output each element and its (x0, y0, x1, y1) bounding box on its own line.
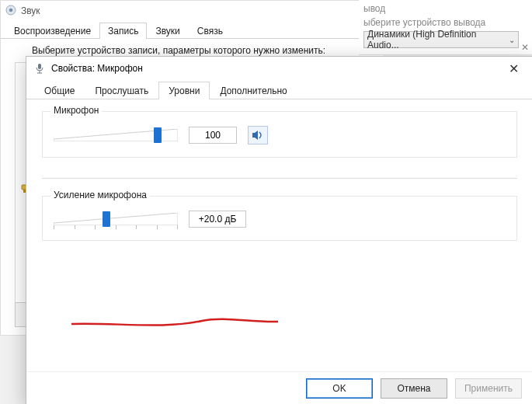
sound-window-title: Звук (21, 5, 40, 16)
tab-sounds[interactable]: Звуки (147, 23, 188, 39)
tab-levels[interactable]: Уровни (158, 82, 210, 99)
tab-advanced[interactable]: Дополнительно (210, 82, 297, 99)
props-titlebar: Свойства: Микрофон ✕ (26, 57, 532, 80)
mic-properties-dialog: Свойства: Микрофон ✕ Общие Прослушать Ур… (26, 56, 532, 404)
tab-playback[interactable]: Воспроизведение (5, 23, 99, 39)
output-close-icon[interactable]: ✕ (521, 42, 529, 53)
boost-slider-thumb[interactable] (103, 211, 110, 227)
mic-boost-label: Усиление микрофона (50, 190, 150, 200)
mic-level-slider[interactable] (54, 127, 178, 144)
output-device-selected: Динамики (High Definition Audio... (367, 29, 509, 50)
sound-tabs: Воспроизведение Запись Звуки Связь (1, 21, 384, 39)
mic-level-label: Микрофон (50, 105, 102, 116)
microphone-icon (34, 63, 45, 74)
ok-button[interactable]: OK (306, 378, 373, 399)
props-title: Свойства: Микрофон (51, 63, 143, 74)
annotation-red-underline (70, 318, 280, 332)
mic-boost-slider[interactable] (54, 211, 178, 228)
svg-rect-4 (38, 64, 41, 69)
tab-general[interactable]: Общие (34, 82, 85, 99)
mic-slider-thumb[interactable] (154, 127, 162, 143)
mic-boost-group: Усиление микрофона +20.0 дБ (42, 196, 517, 241)
output-subtitle: ыберите устройство вывода (359, 14, 532, 30)
cancel-button[interactable]: Отмена (381, 378, 447, 399)
chevron-down-icon: ⌄ (509, 36, 515, 44)
sound-titlebar: Звук ✕ (1, 1, 384, 21)
svg-marker-9 (54, 213, 178, 225)
tab-listen[interactable]: Прослушать (85, 82, 158, 99)
mute-toggle-button[interactable] (248, 126, 268, 145)
props-body: Микрофон 100 Усиление микрофона (26, 100, 532, 372)
tab-recording[interactable]: Запись (99, 23, 147, 39)
tab-communications[interactable]: Связь (189, 23, 231, 39)
output-header: ывод (359, 0, 532, 14)
speaker-icon (5, 5, 16, 18)
output-panel: ывод ыберите устройство вывода Динамики … (359, 0, 532, 55)
svg-marker-8 (252, 131, 258, 140)
boost-slider-ticks (54, 225, 178, 229)
mic-level-value[interactable]: 100 (189, 127, 237, 144)
props-button-row: OK Отмена Применить (26, 371, 532, 404)
props-tabs: Общие Прослушать Уровни Дополнительно (26, 80, 532, 99)
apply-button[interactable]: Применить (455, 378, 522, 399)
mic-boost-value[interactable]: +20.0 дБ (189, 211, 246, 228)
mic-level-group: Микрофон 100 (42, 111, 517, 158)
props-close-button[interactable]: ✕ (497, 58, 530, 78)
svg-point-1 (9, 8, 13, 12)
output-device-combo[interactable]: Динамики (High Definition Audio... ⌄ (363, 31, 519, 48)
group-separator (42, 178, 517, 179)
